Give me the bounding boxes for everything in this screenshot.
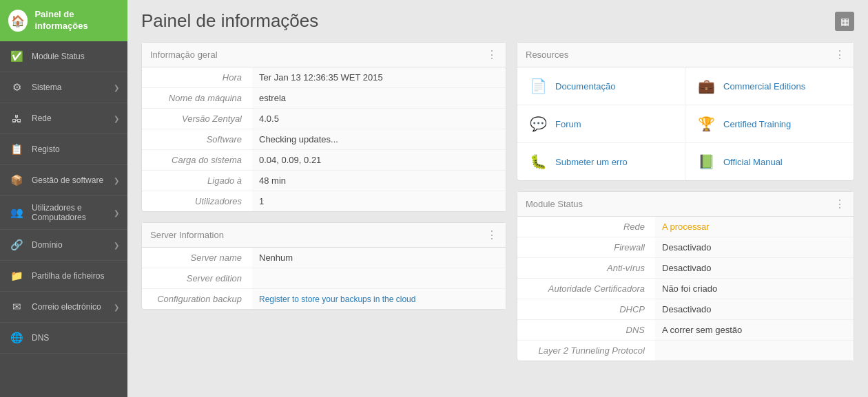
field-value: 0.04, 0.09, 0.21 — [252, 150, 506, 171]
sidebar-item-utilizadores[interactable]: 👥 Utilizadores e Computadores ❯ — [0, 196, 127, 230]
sidebar-item-dns[interactable]: 🌐 DNS — [0, 323, 127, 354]
panel-menu-icon[interactable]: ⋮ — [834, 48, 845, 61]
resource-label: Forum — [555, 119, 581, 129]
resources-grid: 📄 Documentação 💼 Commercial Editions 💬 F… — [517, 67, 854, 180]
module-value: Desactivado — [655, 258, 854, 279]
correio-icon: ✉ — [8, 299, 25, 315]
panel-menu-icon[interactable]: ⋮ — [486, 228, 497, 242]
resource-label: Official Manual — [723, 157, 783, 167]
resource-forum[interactable]: 💬 Forum — [517, 105, 685, 143]
module-label: Anti-vírus — [517, 258, 655, 279]
table-row: Utilizadores 1 — [142, 191, 506, 212]
resources-header: Resources ⋮ — [517, 43, 854, 67]
sidebar: 🏠 Painel de informações ✅ Module Status … — [0, 0, 127, 397]
field-value: estrela — [252, 88, 506, 109]
sidebar-item-label: DNS — [32, 333, 119, 343]
sidebar-header-icon: 🏠 — [8, 10, 28, 32]
module-value: A correr sem gestão — [655, 320, 854, 341]
registo-icon: 📋 — [8, 141, 25, 158]
resource-commercial-editions[interactable]: 💼 Commercial Editions — [685, 67, 854, 105]
sidebar-item-rede[interactable]: 🖧 Rede ❯ — [0, 103, 127, 134]
rede-icon: 🖧 — [8, 110, 25, 127]
panel-menu-icon[interactable]: ⋮ — [486, 48, 497, 61]
resource-label: Submeter um erro — [555, 157, 628, 167]
table-row: Server name Nenhum — [142, 248, 506, 268]
chevron-right-icon: ❯ — [114, 209, 119, 217]
sidebar-item-label: Registo — [32, 144, 119, 154]
left-column: Informação geral ⋮ Hora Ter Jan 13 12:36… — [141, 42, 506, 361]
table-row: Hora Ter Jan 13 12:36:35 WET 2015 — [142, 67, 506, 88]
module-status-icon: ✅ — [8, 48, 25, 65]
field-label: Hora — [142, 67, 252, 88]
resource-certified-training[interactable]: 🏆 Certified Training — [685, 105, 854, 143]
table-row: Configuration backup Register to store y… — [142, 289, 506, 310]
module-label: Rede — [517, 217, 655, 237]
commercial-editions-icon: 💼 — [696, 76, 716, 96]
sidebar-item-label: Sistema — [32, 83, 107, 92]
field-label: Utilizadores — [142, 191, 252, 212]
sidebar-item-partilha[interactable]: 📁 Partilha de ficheiros — [0, 261, 127, 292]
module-status-header: Module Status ⋮ — [517, 192, 854, 217]
field-label: Nome da máquina — [142, 88, 252, 109]
server-info-header: Server Information ⋮ — [142, 223, 506, 248]
table-row: Firewall Desactivado — [517, 237, 854, 258]
table-row: Nome da máquina estrela — [142, 88, 506, 109]
sidebar-item-label: Gestão de software — [32, 175, 107, 185]
sidebar-item-gestao-software[interactable]: 📦 Gestão de software ❯ — [0, 165, 127, 196]
field-label: Versão Zentyal — [142, 109, 252, 129]
sidebar-item-label: Module Status — [32, 52, 119, 61]
chevron-right-icon: ❯ — [114, 303, 119, 311]
main-content: Painel de informações ▦ Informação geral… — [127, 0, 868, 397]
info-geral-panel: Informação geral ⋮ Hora Ter Jan 13 12:36… — [141, 42, 506, 212]
dominio-icon: 🔗 — [8, 237, 25, 253]
server-info-panel: Server Information ⋮ Server name Nenhum … — [141, 222, 506, 310]
sidebar-item-label: Domínio — [32, 240, 107, 250]
field-value: Register to store your backups in the cl… — [252, 289, 506, 310]
module-value — [655, 341, 854, 361]
partilha-icon: 📁 — [8, 268, 25, 284]
backup-link[interactable]: Register to store your backups in the cl… — [259, 294, 415, 304]
module-label: DNS — [517, 320, 655, 341]
info-geral-table: Hora Ter Jan 13 12:36:35 WET 2015 Nome d… — [142, 67, 506, 211]
chevron-right-icon: ❯ — [114, 84, 119, 92]
field-value: Ter Jan 13 12:36:35 WET 2015 — [252, 67, 506, 88]
page-title-bar: Painel de informações ▦ — [141, 10, 854, 32]
panel-menu-icon[interactable]: ⋮ — [834, 197, 845, 211]
dns-icon: 🌐 — [8, 330, 25, 346]
resource-documentacao[interactable]: 📄 Documentação — [517, 67, 685, 105]
sidebar-header[interactable]: 🏠 Painel de informações — [0, 0, 127, 41]
chevron-right-icon: ❯ — [114, 115, 119, 122]
server-info-title: Server Information — [150, 230, 224, 240]
table-row: Layer 2 Tunneling Protocol — [517, 341, 854, 361]
resource-official-manual[interactable]: 📗 Official Manual — [685, 143, 854, 180]
table-row: Carga do sistema 0.04, 0.09, 0.21 — [142, 150, 506, 171]
info-geral-header: Informação geral ⋮ — [142, 43, 506, 67]
field-value: 4.0.5 — [252, 109, 506, 129]
table-row: Versão Zentyal 4.0.5 — [142, 109, 506, 129]
field-label: Configuration backup — [142, 289, 252, 310]
chevron-right-icon: ❯ — [114, 242, 119, 249]
sidebar-item-module-status[interactable]: ✅ Module Status — [0, 41, 127, 72]
sidebar-item-label: Rede — [32, 114, 107, 123]
submeter-erro-icon: 🐛 — [528, 151, 548, 172]
field-label: Carga do sistema — [142, 150, 252, 171]
info-geral-title: Informação geral — [150, 50, 218, 60]
sidebar-item-correio[interactable]: ✉ Correio electrónico ❯ — [0, 292, 127, 323]
field-value: Checking updates... — [252, 129, 506, 150]
right-column: Resources ⋮ 📄 Documentação 💼 Commercial … — [517, 42, 854, 361]
sidebar-item-registo[interactable]: 📋 Registo — [0, 134, 127, 165]
grid-icon[interactable]: ▦ — [835, 12, 854, 31]
field-label: Ligado à — [142, 171, 252, 191]
field-value: 48 min — [252, 171, 506, 191]
resource-submeter-erro[interactable]: 🐛 Submeter um erro — [517, 143, 685, 180]
sistema-icon: ⚙ — [8, 79, 25, 96]
resources-panel: Resources ⋮ 📄 Documentação 💼 Commercial … — [517, 42, 854, 181]
chevron-right-icon: ❯ — [114, 177, 119, 184]
server-info-table: Server name Nenhum Server edition Config… — [142, 248, 506, 309]
table-row: Rede A processar — [517, 217, 854, 237]
sidebar-item-sistema[interactable]: ⚙ Sistema ❯ — [0, 72, 127, 103]
content-area: Informação geral ⋮ Hora Ter Jan 13 12:36… — [141, 42, 854, 361]
page-title: Painel de informações — [141, 10, 318, 32]
table-row: DHCP Desactivado — [517, 299, 854, 320]
sidebar-item-dominio[interactable]: 🔗 Domínio ❯ — [0, 230, 127, 261]
